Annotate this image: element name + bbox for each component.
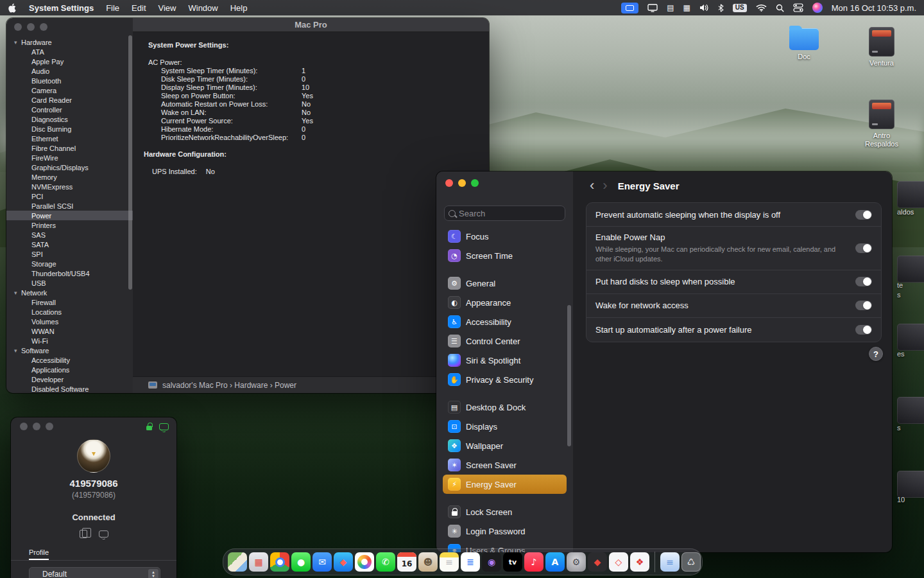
drive-icon-partial[interactable] <box>897 256 924 283</box>
display-icon[interactable] <box>647 4 658 12</box>
disclosure-triangle-icon[interactable]: ▾ <box>14 39 21 46</box>
toggle-switch[interactable] <box>855 210 872 220</box>
tree-row-accessibility[interactable]: ▾ Accessibility <box>6 355 133 365</box>
tree-row-nvmexpress[interactable]: ▾ NVMExpress <box>6 182 133 191</box>
dock-icon-photos[interactable] <box>355 552 374 572</box>
tree-row-ata[interactable]: ▾ ATA <box>6 47 133 57</box>
tree-row-volumes[interactable]: ▾ Volumes <box>6 317 133 326</box>
tree-row-card-reader[interactable]: ▾ Card Reader <box>6 95 133 105</box>
drive-icon-partial[interactable] <box>897 324 924 351</box>
tree-row-firewire[interactable]: ▾ FireWire <box>6 153 133 162</box>
tree-row-fibre-channel[interactable]: ▾ Fibre Channel <box>6 143 133 153</box>
chat-bubble-icon[interactable] <box>99 530 108 538</box>
tree-row-wi-fi[interactable]: ▾ Wi-Fi <box>6 336 133 346</box>
sidebar-scrollbar[interactable] <box>567 305 571 446</box>
close-button[interactable] <box>14 23 22 31</box>
back-button[interactable]: ‹ <box>590 180 594 191</box>
menu-item[interactable]: File <box>106 3 119 13</box>
stage-manager-icon[interactable]: ▤ <box>667 4 674 12</box>
tree-row-usb[interactable]: ▾ USB <box>6 278 133 288</box>
tree-row-disc-burning[interactable]: ▾ Disc Burning <box>6 124 133 134</box>
tree-row-audio[interactable]: ▾ Audio <box>6 66 133 76</box>
apple-logo[interactable] <box>8 3 17 13</box>
dock-icon-trash[interactable]: ♺ <box>681 552 701 572</box>
keyboard-layout-badge[interactable]: US <box>733 4 747 12</box>
dock-icon-maps[interactable] <box>228 552 247 572</box>
tree-row-bluetooth[interactable]: ▾ Bluetooth <box>6 76 133 85</box>
tree-row-controller[interactable]: ▾ Controller <box>6 105 133 114</box>
dock-icon-reminders[interactable]: ≣ <box>461 552 480 572</box>
search-field[interactable] <box>444 206 565 221</box>
sidebar-item-focus[interactable]: ☾ Focus <box>443 227 567 246</box>
tree-row-printers[interactable]: ▾ Printers <box>6 220 133 230</box>
profile-dropdown[interactable]: Default ▲▼ <box>29 567 160 578</box>
tree-row-power[interactable]: ▾ Power <box>6 211 133 220</box>
sidebar-item-energy-saver[interactable]: ⚡ Energy Saver <box>443 475 567 494</box>
tree-row-spi[interactable]: ▾ SPI <box>6 249 133 259</box>
menu-bar-clock[interactable]: Mon 16 Oct 10:53 p.m. <box>832 3 916 13</box>
sidebar-item-login-password[interactable]: ✳ Login Password <box>443 521 567 541</box>
sidebar-item-appearance[interactable]: ◐ Appearance <box>443 293 567 312</box>
dock-icon-facetime[interactable]: ✆ <box>376 552 395 572</box>
tree-row-storage[interactable]: ▾ Storage <box>6 259 133 268</box>
dock-icon-safari[interactable]: ◆ <box>334 552 353 572</box>
desktop-icon-doc[interactable]: Doc <box>783 28 825 61</box>
drive-icon-partial[interactable] <box>897 471 924 498</box>
tree-row-camera[interactable]: ▾ Camera <box>6 85 133 95</box>
disclosure-triangle-icon[interactable]: ▾ <box>14 347 21 354</box>
menu-item[interactable]: Window <box>188 3 218 13</box>
dock-icon-anydesk[interactable]: ◇ <box>609 552 628 572</box>
sidebar-item-siri-spotlight[interactable]: Siri & Spotlight <box>443 351 567 370</box>
screen-mirroring-icon[interactable] <box>621 3 638 13</box>
toggle-switch[interactable] <box>855 325 872 335</box>
sidebar-item-general[interactable]: ⚙ General <box>443 274 567 293</box>
sidebar-item-privacy-security[interactable]: ✋ Privacy & Security <box>443 370 567 389</box>
tree-row-parallel-scsi[interactable]: ▾ Parallel SCSI <box>6 201 133 211</box>
sidebar-item-screen-saver[interactable]: ✶ Screen Saver <box>443 455 567 475</box>
tree-row-graphics-displays[interactable]: ▾ Graphics/Displays <box>6 162 133 172</box>
sidebar-scrollbar[interactable] <box>128 35 132 290</box>
tree-row-ethernet[interactable]: ▾ Ethernet <box>6 134 133 143</box>
dock-icon-mail[interactable]: ✉ <box>312 552 332 572</box>
search-icon[interactable] <box>776 4 784 12</box>
tree-row-developer[interactable]: ▾ Developer <box>6 374 133 384</box>
help-button[interactable]: ? <box>869 347 883 361</box>
drive-icon-partial[interactable] <box>897 397 924 424</box>
tree-row-wwan[interactable]: ▾ WWAN <box>6 326 133 336</box>
tree-row-memory[interactable]: ▾ Memory <box>6 172 133 182</box>
file-transfer-icon[interactable] <box>80 530 87 538</box>
tree-row-pci[interactable]: ▾ PCI <box>6 191 133 201</box>
dock-icon-contacts[interactable]: ☻ <box>418 552 438 572</box>
search-input[interactable] <box>459 209 561 218</box>
bluetooth-icon[interactable] <box>718 4 724 12</box>
dock-icon-chrome[interactable] <box>270 552 289 572</box>
dock-icon-messages[interactable]: ● <box>291 552 311 572</box>
disclosure-triangle-icon[interactable]: ▾ <box>14 290 21 296</box>
dock-icon-calendar[interactable]: 16 <box>397 552 416 572</box>
dock-icon-app-store[interactable]: A <box>545 552 565 572</box>
volume-icon[interactable] <box>699 4 709 12</box>
tree-row-sata[interactable]: ▾ SATA <box>6 240 133 249</box>
dock-icon-red-diamond-app[interactable]: ◆ <box>588 552 607 572</box>
dock-icon-launchpad[interactable]: ▦ <box>249 552 268 572</box>
sidebar-item-control-center[interactable]: ☰ Control Center <box>443 331 567 351</box>
forward-button[interactable]: › <box>603 180 607 191</box>
dock-icon-downloads[interactable]: ≡ <box>660 552 680 572</box>
sidebar-item-accessibility[interactable]: ♿ Accessibility <box>443 312 567 331</box>
minimize-button[interactable] <box>33 423 40 430</box>
tree-row-firewall[interactable]: ▾ Firewall <box>6 297 133 307</box>
grid-icon[interactable]: ▦ <box>683 4 690 12</box>
sidebar-item-lock-screen[interactable]: Lock Screen <box>443 502 567 521</box>
tree-row-network[interactable]: ▾ Network <box>6 288 133 297</box>
toggle-switch[interactable] <box>855 277 872 286</box>
close-button[interactable] <box>445 179 453 187</box>
minimize-button[interactable] <box>27 23 35 31</box>
dock-icon-system-settings[interactable]: ⚙ <box>567 552 586 572</box>
tree-row-hardware[interactable]: ▾ Hardware <box>6 37 133 47</box>
wifi-icon[interactable] <box>756 4 767 12</box>
sidebar-item-displays[interactable]: ⊡ Displays <box>443 417 567 436</box>
sidebar-item-desktop-dock[interactable]: ▤ Desktop & Dock <box>443 398 567 417</box>
menu-item[interactable]: View <box>158 3 176 13</box>
tree-row-locations[interactable]: ▾ Locations <box>6 307 133 317</box>
zoom-button[interactable] <box>46 423 53 430</box>
